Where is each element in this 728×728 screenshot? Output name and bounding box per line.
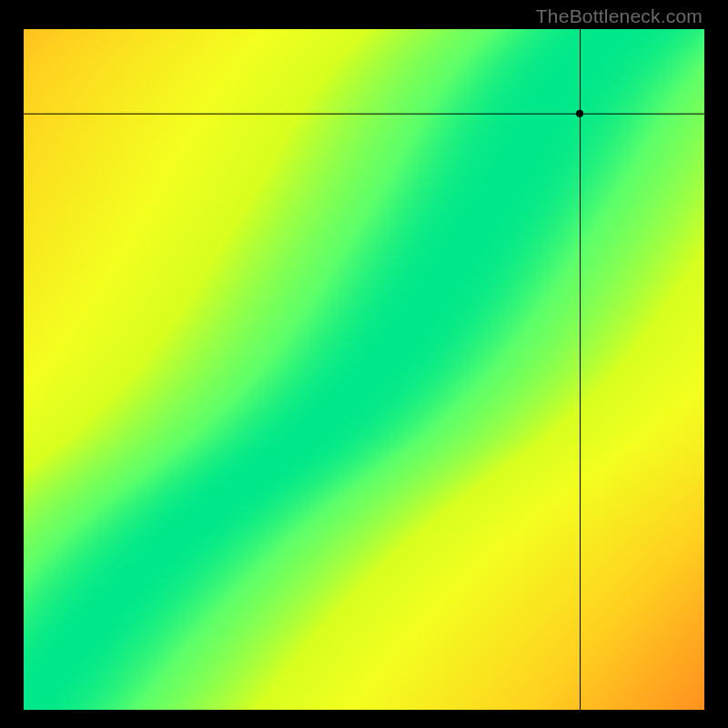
heatmap-canvas [24,29,704,710]
watermark-label: TheBottleneck.com [536,5,703,27]
root: TheBottleneck.com [0,0,728,728]
heatmap-plot [24,29,704,710]
